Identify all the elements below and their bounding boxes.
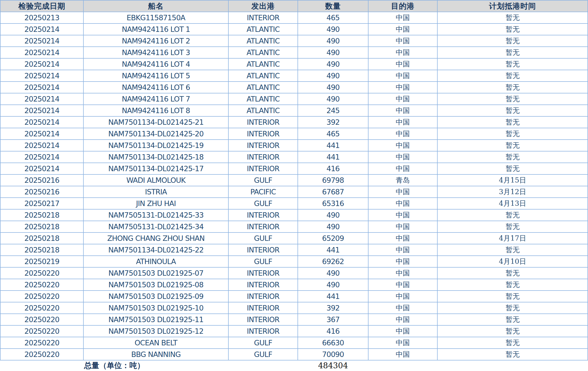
departure-port-cell[interactable]: ATLANTIC xyxy=(228,105,298,116)
ship-name-cell[interactable]: NAM7501503 DL021925-09 xyxy=(83,291,228,302)
inspection-date-cell[interactable]: 20250214 xyxy=(0,105,83,116)
quantity-cell[interactable]: 416 xyxy=(298,163,368,174)
destination-port-cell[interactable]: 青岛 xyxy=(368,174,437,186)
eta-cell[interactable]: 4月15日 xyxy=(437,174,588,186)
ship-name-cell[interactable]: NAM7501134-DL021425-17 xyxy=(83,163,228,174)
quantity-cell[interactable]: 416 xyxy=(298,325,368,337)
ship-name-cell[interactable]: NAM9424116 LOT 2 xyxy=(83,35,228,47)
departure-port-cell[interactable]: ATLANTIC xyxy=(228,23,298,35)
ship-name-cell[interactable]: WADI ALMOLOUK xyxy=(83,174,228,186)
destination-port-cell[interactable]: 中国 xyxy=(368,314,437,325)
quantity-cell[interactable]: 465 xyxy=(298,128,368,140)
quantity-cell[interactable]: 441 xyxy=(298,291,368,302)
eta-cell[interactable]: 暂无 xyxy=(437,291,588,302)
eta-cell[interactable]: 暂无 xyxy=(437,163,588,174)
eta-cell[interactable]: 暂无 xyxy=(437,151,588,163)
destination-port-cell[interactable]: 中国 xyxy=(368,198,437,209)
inspection-date-cell[interactable]: 20250214 xyxy=(0,47,83,58)
eta-cell[interactable]: 暂无 xyxy=(437,302,588,314)
quantity-cell[interactable]: 65316 xyxy=(298,198,368,209)
inspection-date-cell[interactable]: 20250218 xyxy=(0,244,83,256)
ship-name-cell[interactable]: ZHONG CHANG ZHOU SHAN xyxy=(83,232,228,244)
destination-port-cell[interactable]: 中国 xyxy=(368,58,437,70)
departure-port-cell[interactable]: GULF xyxy=(228,232,298,244)
departure-port-cell[interactable]: INTERIOR xyxy=(228,12,298,23)
ship-name-cell[interactable]: EBKG11587150A xyxy=(83,12,228,23)
eta-cell[interactable]: 4月13日 xyxy=(437,198,588,209)
inspection-date-cell[interactable]: 20250220 xyxy=(0,279,83,291)
ship-name-cell[interactable]: NAM9424116 LOT 3 xyxy=(83,47,228,58)
inspection-date-cell[interactable]: 20250220 xyxy=(0,325,83,337)
departure-port-cell[interactable]: ATLANTIC xyxy=(228,47,298,58)
eta-cell[interactable]: 暂无 xyxy=(437,244,588,256)
inspection-date-cell[interactable]: 20250217 xyxy=(0,198,83,209)
quantity-cell[interactable]: 490 xyxy=(298,82,368,93)
quantity-cell[interactable]: 490 xyxy=(298,267,368,279)
quantity-cell[interactable]: 69262 xyxy=(298,256,368,267)
eta-cell[interactable]: 3月12日 xyxy=(437,186,588,198)
destination-port-cell[interactable]: 中国 xyxy=(368,70,437,82)
eta-cell[interactable]: 暂无 xyxy=(437,267,588,279)
eta-cell[interactable]: 暂无 xyxy=(437,337,588,349)
ship-name-cell[interactable]: NAM7501503 DL021925-12 xyxy=(83,325,228,337)
ship-name-cell[interactable]: NAM7505131-DL021425-34 xyxy=(83,221,228,232)
departure-port-cell[interactable]: INTERIOR xyxy=(228,116,298,128)
inspection-date-cell[interactable]: 20250214 xyxy=(0,163,83,174)
destination-port-cell[interactable]: 中国 xyxy=(368,128,437,140)
departure-port-cell[interactable]: INTERIOR xyxy=(228,325,298,337)
destination-port-cell[interactable]: 中国 xyxy=(368,186,437,198)
quantity-cell[interactable]: 465 xyxy=(298,12,368,23)
quantity-cell[interactable]: 69798 xyxy=(298,174,368,186)
inspection-date-cell[interactable]: 20250214 xyxy=(0,82,83,93)
quantity-cell[interactable]: 490 xyxy=(298,47,368,58)
departure-port-cell[interactable]: INTERIOR xyxy=(228,314,298,325)
eta-cell[interactable]: 暂无 xyxy=(437,279,588,291)
departure-port-cell[interactable]: INTERIOR xyxy=(228,163,298,174)
departure-port-cell[interactable]: INTERIOR xyxy=(228,140,298,151)
inspection-date-cell[interactable]: 20250214 xyxy=(0,128,83,140)
destination-port-cell[interactable]: 中国 xyxy=(368,151,437,163)
quantity-cell[interactable]: 441 xyxy=(298,151,368,163)
inspection-date-cell[interactable]: 20250216 xyxy=(0,186,83,198)
quantity-cell[interactable]: 392 xyxy=(298,116,368,128)
quantity-cell[interactable]: 245 xyxy=(298,105,368,116)
inspection-date-cell[interactable]: 20250220 xyxy=(0,291,83,302)
ship-name-cell[interactable]: NAM7501503 DL021925-08 xyxy=(83,279,228,291)
quantity-cell[interactable]: 67687 xyxy=(298,186,368,198)
destination-port-cell[interactable]: 中国 xyxy=(368,163,437,174)
departure-port-cell[interactable]: GULF xyxy=(228,337,298,349)
ship-name-cell[interactable]: NAM7501134-DL021425-21 xyxy=(83,116,228,128)
ship-name-cell[interactable]: BBG NANNING xyxy=(83,349,228,360)
quantity-cell[interactable]: 490 xyxy=(298,58,368,70)
ship-name-cell[interactable]: NAM7505131-DL021425-33 xyxy=(83,209,228,221)
destination-port-cell[interactable]: 中国 xyxy=(368,349,437,360)
departure-port-cell[interactable]: INTERIOR xyxy=(228,128,298,140)
eta-cell[interactable]: 暂无 xyxy=(437,23,588,35)
eta-cell[interactable]: 暂无 xyxy=(437,93,588,105)
eta-cell[interactable]: 暂无 xyxy=(437,35,588,47)
inspection-date-cell[interactable]: 20250214 xyxy=(0,116,83,128)
departure-port-cell[interactable]: GULF xyxy=(228,198,298,209)
departure-port-cell[interactable]: GULF xyxy=(228,349,298,360)
ship-name-cell[interactable]: NAM7501134-DL021425-18 xyxy=(83,151,228,163)
inspection-date-cell[interactable]: 20250214 xyxy=(0,35,83,47)
departure-port-cell[interactable]: ATLANTIC xyxy=(228,70,298,82)
ship-name-cell[interactable]: NAM7501134-DL021425-20 xyxy=(83,128,228,140)
inspection-date-cell[interactable]: 20250216 xyxy=(0,174,83,186)
eta-cell[interactable]: 暂无 xyxy=(437,47,588,58)
departure-port-cell[interactable]: GULF xyxy=(228,174,298,186)
departure-port-cell[interactable]: ATLANTIC xyxy=(228,35,298,47)
eta-cell[interactable]: 暂无 xyxy=(437,221,588,232)
departure-port-cell[interactable]: INTERIOR xyxy=(228,244,298,256)
quantity-cell[interactable]: 490 xyxy=(298,279,368,291)
eta-cell[interactable]: 暂无 xyxy=(437,128,588,140)
inspection-date-cell[interactable]: 20250218 xyxy=(0,232,83,244)
destination-port-cell[interactable]: 中国 xyxy=(368,221,437,232)
destination-port-cell[interactable]: 中国 xyxy=(368,325,437,337)
destination-port-cell[interactable]: 中国 xyxy=(368,209,437,221)
destination-port-cell[interactable]: 中国 xyxy=(368,82,437,93)
ship-name-cell[interactable]: JIN ZHU HAI xyxy=(83,198,228,209)
destination-port-cell[interactable]: 中国 xyxy=(368,140,437,151)
eta-cell[interactable]: 暂无 xyxy=(437,314,588,325)
inspection-date-cell[interactable]: 20250214 xyxy=(0,58,83,70)
